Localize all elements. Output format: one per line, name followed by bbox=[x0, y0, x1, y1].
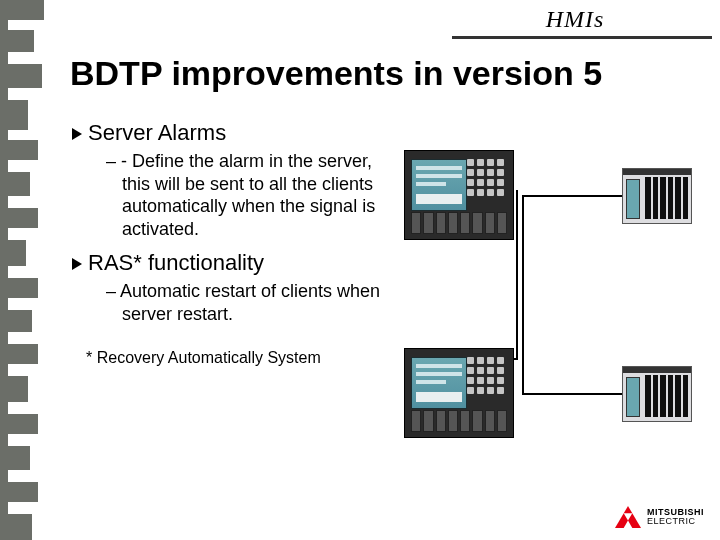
bullet-2-heading: RAS* functionality bbox=[88, 250, 264, 276]
three-diamond-icon bbox=[615, 506, 641, 528]
svg-marker-1 bbox=[615, 513, 628, 528]
bullet-arrow-icon bbox=[72, 258, 82, 270]
plc-top bbox=[622, 168, 692, 224]
header: HMIs bbox=[440, 0, 720, 42]
bullet-2: RAS* functionality bbox=[72, 250, 392, 276]
plc-bottom bbox=[622, 366, 692, 422]
header-underline bbox=[452, 36, 712, 39]
slide-title: BDTP improvements in version 5 bbox=[70, 54, 712, 93]
svg-marker-2 bbox=[628, 513, 641, 528]
left-decor bbox=[0, 0, 48, 540]
logo-text: MITSUBISHI ELECTRIC bbox=[647, 508, 704, 527]
hmi-client-top bbox=[404, 150, 514, 240]
svg-marker-0 bbox=[624, 506, 633, 513]
bullet-arrow-icon bbox=[72, 128, 82, 140]
content: Server Alarms – - Define the alarm in th… bbox=[72, 120, 392, 367]
bullet-1: Server Alarms bbox=[72, 120, 392, 146]
hmi-server bbox=[404, 348, 514, 438]
mitsubishi-logo: MITSUBISHI ELECTRIC bbox=[615, 506, 704, 528]
header-label: HMIs bbox=[460, 6, 690, 33]
footnote: * Recovery Automatically System bbox=[86, 349, 392, 367]
logo-line2: ELECTRIC bbox=[647, 517, 704, 526]
bullet-1-sub: – - Define the alarm in the server, this… bbox=[106, 150, 392, 240]
bullet-2-sub: – Automatic restart of clients when serv… bbox=[106, 280, 392, 325]
network-diagram bbox=[404, 150, 704, 450]
bullet-1-heading: Server Alarms bbox=[88, 120, 226, 146]
